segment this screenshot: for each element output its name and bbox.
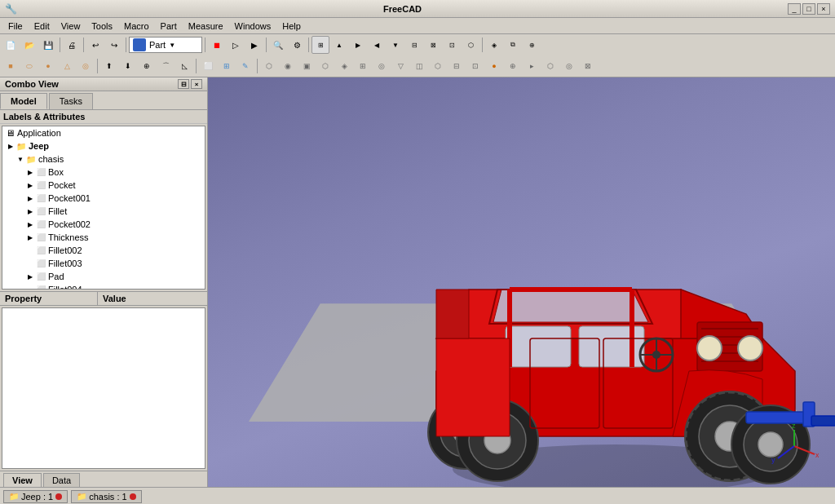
- pocket-tool[interactable]: ⬇: [119, 57, 137, 75]
- new-button[interactable]: 📄: [2, 36, 20, 54]
- tree-view[interactable]: 🖥 Application ▶ 📁 Jeep ▼ 📁 chasis ▶ ⬜ Bo…: [2, 126, 205, 290]
- combo-view-controls[interactable]: ⊟ ×: [178, 79, 202, 89]
- part-3d-btn5[interactable]: ◈: [335, 57, 353, 75]
- menu-measure[interactable]: Measure: [183, 20, 228, 33]
- sep4: [205, 38, 205, 52]
- chasis-expand-icon[interactable]: ▼: [15, 154, 25, 164]
- tree-item-fillet002[interactable]: ⬜ Fillet002: [2, 244, 205, 257]
- tree-item-box[interactable]: ▶ ⬜ Box: [2, 166, 205, 179]
- part-3d-btn15[interactable]: ▸: [523, 57, 541, 75]
- part-3d-btn12[interactable]: ⊡: [466, 57, 484, 75]
- part-3d-btn2[interactable]: ◉: [279, 57, 297, 75]
- save-button[interactable]: 💾: [39, 36, 57, 54]
- undo-button[interactable]: ↩: [86, 36, 104, 54]
- tb-btn-b[interactable]: ▶: [245, 36, 263, 54]
- draw-style-button[interactable]: ◈: [485, 36, 503, 54]
- view-back-button[interactable]: ⊟: [405, 36, 423, 54]
- menu-part[interactable]: Part: [156, 20, 182, 33]
- sketch-tool[interactable]: ⬜: [199, 57, 217, 75]
- tab-tasks[interactable]: Tasks: [49, 93, 93, 109]
- fillet-expand-icon[interactable]: ▶: [25, 206, 35, 216]
- box-tool[interactable]: ■: [2, 57, 20, 75]
- pad-expand-icon[interactable]: ▶: [25, 272, 35, 281]
- tree-item-jeep[interactable]: ▶ 📁 Jeep: [2, 139, 205, 153]
- part-3d-btn10[interactable]: ⬡: [429, 57, 447, 75]
- tab-model[interactable]: Model: [0, 93, 47, 109]
- part-3d-btn11[interactable]: ⊟: [448, 57, 466, 75]
- view-iso-button[interactable]: ⬡: [462, 36, 479, 54]
- tree-item-pocket001[interactable]: ▶ ⬜ Pocket001: [2, 192, 205, 205]
- combo-close-button[interactable]: ×: [191, 79, 202, 89]
- open-button[interactable]: 📂: [20, 36, 38, 54]
- part-3d-btn7[interactable]: ◎: [373, 57, 391, 75]
- combo-float-button[interactable]: ⊟: [178, 79, 189, 89]
- extrude-tool[interactable]: ⬆: [100, 57, 118, 75]
- property-table[interactable]: [2, 307, 205, 469]
- thickness-expand-icon[interactable]: ▶: [25, 232, 35, 242]
- stop-button[interactable]: ⏹: [208, 36, 226, 54]
- menu-macro[interactable]: Macro: [119, 20, 154, 33]
- torus-tool[interactable]: ◎: [77, 57, 95, 75]
- view-top-button[interactable]: ▲: [330, 36, 348, 54]
- part-3d-btn1[interactable]: ⬡: [260, 57, 278, 75]
- part-3d-btn6[interactable]: ⊞: [354, 57, 372, 75]
- pocket002-expand-icon[interactable]: ▶: [25, 219, 35, 229]
- menu-tools[interactable]: Tools: [86, 20, 117, 33]
- sphere-tool[interactable]: ●: [39, 57, 57, 75]
- part-3d-btn13[interactable]: ●: [485, 57, 503, 75]
- view-settings-button[interactable]: ⚙: [288, 36, 306, 54]
- part-3d-btn17[interactable]: ◎: [560, 57, 578, 75]
- close-button[interactable]: ×: [817, 3, 830, 15]
- menu-help[interactable]: Help: [277, 20, 306, 33]
- workbench-dropdown[interactable]: Part ▼: [129, 37, 202, 53]
- stereo-button[interactable]: ⧉: [504, 36, 522, 54]
- tb-btn-a[interactable]: ▷: [227, 36, 245, 54]
- pocket001-expand-icon[interactable]: ▶: [25, 193, 35, 203]
- zoom-fit-button[interactable]: 🔍: [269, 36, 287, 54]
- view-home-button[interactable]: ⊞: [311, 36, 329, 54]
- tree-item-pad[interactable]: ▶ ⬜ Pad: [2, 270, 205, 283]
- view-front-button[interactable]: ▶: [349, 36, 367, 54]
- tree-item-fillet003[interactable]: ⬜ Fillet003: [2, 257, 205, 270]
- part-3d-btn9[interactable]: ◫: [410, 57, 428, 75]
- tab-data[interactable]: Data: [43, 473, 80, 487]
- jeep-expand-icon[interactable]: ▶: [6, 141, 15, 151]
- tree-item-chasis[interactable]: ▼ 📁 chasis: [2, 153, 205, 166]
- pocket-expand-icon[interactable]: ▶: [25, 180, 35, 190]
- tree-item-fillet004[interactable]: ⬜ Fillet004: [2, 283, 205, 290]
- part-3d-btn18[interactable]: ⊠: [579, 57, 597, 75]
- menu-edit[interactable]: Edit: [29, 20, 55, 33]
- tree-item-pocket[interactable]: ▶ ⬜ Pocket: [2, 179, 205, 192]
- tree-item-thickness[interactable]: ▶ ⬜ Thickness: [2, 231, 205, 244]
- tree-item-fillet[interactable]: ▶ ⬜ Fillet: [2, 205, 205, 218]
- view-bottom-button[interactable]: ▼: [387, 36, 404, 54]
- part-3d-btn4[interactable]: ⬡: [316, 57, 334, 75]
- edit-sketch-tool[interactable]: ✎: [236, 57, 254, 75]
- redo-button[interactable]: ↪: [105, 36, 123, 54]
- part-3d-btn8[interactable]: ▽: [391, 57, 409, 75]
- part-3d-btn16[interactable]: ⬡: [541, 57, 559, 75]
- print-button[interactable]: 🖨: [63, 36, 81, 54]
- view-left-button[interactable]: ⊠: [424, 36, 442, 54]
- minimize-button[interactable]: _: [788, 3, 801, 15]
- chamfer-tool[interactable]: ◺: [175, 57, 193, 75]
- view-3d-button[interactable]: ⊡: [443, 36, 461, 54]
- menu-file[interactable]: File: [3, 20, 28, 33]
- part-3d-btn3[interactable]: ▣: [298, 57, 316, 75]
- menu-view[interactable]: View: [56, 20, 86, 33]
- box-expand-icon[interactable]: ▶: [25, 167, 35, 177]
- view-right-button[interactable]: ◀: [368, 36, 386, 54]
- boolean-tool[interactable]: ⊕: [138, 57, 156, 75]
- window-controls[interactable]: _ □ ×: [788, 3, 830, 15]
- attach-tool[interactable]: ⊞: [218, 57, 236, 75]
- zoom-button2[interactable]: ⊕: [523, 36, 541, 54]
- menu-windows[interactable]: Windows: [230, 20, 276, 33]
- tree-item-pocket002[interactable]: ▶ ⬜ Pocket002: [2, 218, 205, 231]
- cylinder-tool[interactable]: ⬭: [20, 57, 38, 75]
- tab-view[interactable]: View: [3, 473, 42, 487]
- cone-tool[interactable]: △: [58, 57, 76, 75]
- fillet-tool2[interactable]: ⌒: [157, 57, 175, 75]
- part-3d-btn14[interactable]: ⊕: [504, 57, 522, 75]
- viewport[interactable]: x z y: [208, 77, 835, 487]
- maximize-button[interactable]: □: [802, 3, 815, 15]
